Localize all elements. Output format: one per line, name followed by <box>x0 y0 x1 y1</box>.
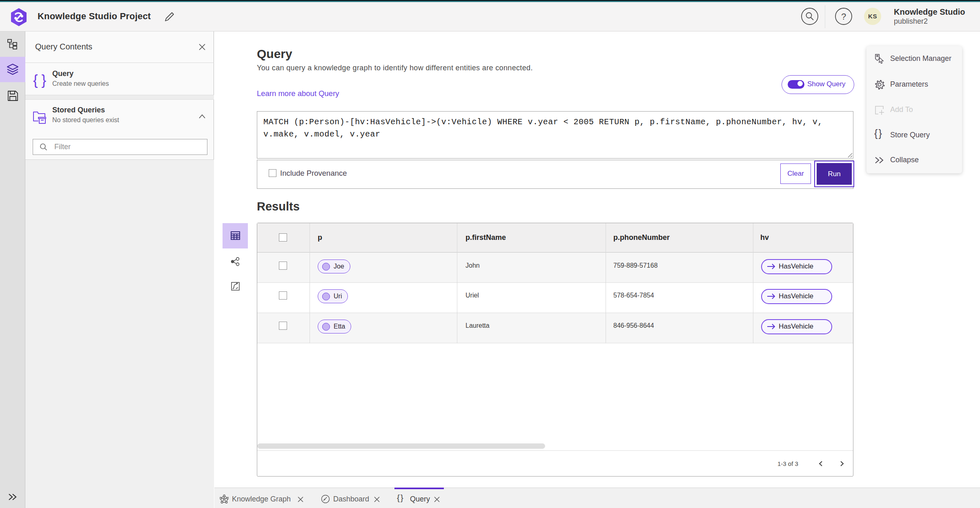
svg-text:?: ? <box>841 11 846 22</box>
